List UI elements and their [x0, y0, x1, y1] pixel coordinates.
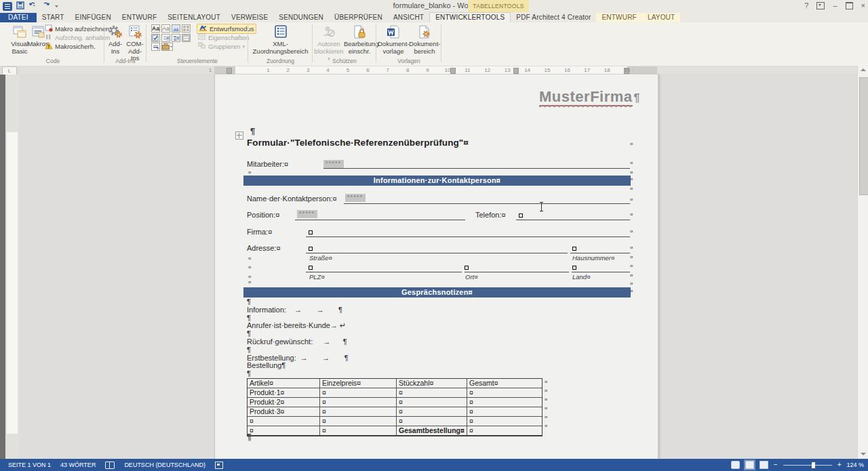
xml-mapping-pane-button[interactable]: XML-Zuordnungsbereich [250, 24, 311, 55]
tab-datei[interactable]: DATEI [0, 13, 37, 22]
ruler-number: 13 [505, 66, 511, 74]
proofing-icon[interactable] [105, 462, 115, 469]
macro-recording-icon[interactable] [215, 462, 223, 469]
combo-box-control-icon[interactable] [161, 34, 170, 42]
design-mode-icon [199, 24, 208, 33]
form-field-plz[interactable] [309, 266, 313, 270]
zoom-out-button[interactable]: − [774, 462, 778, 468]
scroll-up-button[interactable] [859, 66, 868, 75]
help-button[interactable]: ? [804, 1, 808, 9]
plain-text-control-icon[interactable]: Aa [161, 24, 170, 33]
checkbox-control-icon[interactable] [151, 34, 160, 42]
picture-control-icon[interactable] [172, 24, 180, 33]
zoom-slider[interactable] [783, 465, 832, 466]
document-panel-button[interactable]: Dokument-bereich [409, 24, 440, 55]
print-layout-icon[interactable] [745, 461, 754, 469]
legacy-tools-icon[interactable] [161, 43, 173, 51]
web-layout-icon[interactable] [760, 461, 768, 469]
form-field-hausnummer[interactable] [572, 247, 576, 251]
ruler-column-marker[interactable] [226, 68, 232, 74]
restrict-editing-button[interactable]: Bearbeitung einschr. [344, 24, 375, 55]
group-button: Gruppieren ▾ [198, 42, 245, 51]
label-mitarbeiter: Mitarbeiter:¤ [247, 160, 288, 168]
notes-block[interactable]: ¶ Information: → → ¶ ¶ Anrufer·ist·berei… [247, 298, 349, 378]
vertical-scrollbar[interactable] [857, 66, 868, 459]
ruler-column-marker[interactable] [450, 68, 456, 74]
document-panel-label: Dokument-bereich [409, 40, 440, 55]
cell-end-mark: ¤ [630, 281, 633, 287]
lock-page-icon [352, 24, 367, 39]
read-mode-icon[interactable] [731, 461, 740, 469]
document-template-button[interactable]: Dokument-vorlage [378, 24, 409, 55]
title-bar: formulare_blanko - Word TABELLENTOOLS ? … [0, 0, 868, 12]
cell-end-mark: ¤ [630, 229, 633, 234]
section-header-contact: Informationen·zur·Kontaktperson¤ [243, 176, 631, 186]
tab-seitenlayout[interactable]: SEITENLAYOUT [162, 13, 226, 22]
document-page[interactable]: MusterFirma¶ ¶ Formular·"Telefonische·Re… [214, 75, 658, 459]
zoom-level[interactable]: 124 % [846, 462, 864, 468]
tab-entwurf[interactable]: ENTWURF [117, 13, 162, 22]
notes-line: ¶ [247, 346, 349, 354]
scrollbar-thumb[interactable] [859, 77, 868, 195]
table-total-row: ¤ ¤ Gesamtbestellung¤ ¤ [248, 426, 542, 435]
cell-end-mark: ¤ [630, 186, 633, 192]
tab-ansicht[interactable]: ANSICHT [388, 13, 429, 22]
scroll-down-button[interactable] [859, 449, 868, 458]
zoom-slider-thumb[interactable] [812, 462, 815, 468]
zoom-in-button[interactable]: + [837, 462, 842, 468]
pause-recording-icon [45, 33, 53, 42]
pilcrow-mark: ¶ [634, 92, 640, 104]
date-picker-control-icon[interactable] [182, 34, 191, 42]
page-indicator[interactable]: SEITE 1 VON 1 [8, 462, 51, 468]
restore-button[interactable] [846, 2, 853, 9]
content-controls-grid: Aa Aa [151, 24, 194, 52]
rich-text-control-icon[interactable]: Aa [151, 24, 160, 33]
form-field-mitarbeiter[interactable]: °°°°° [323, 160, 344, 168]
form-field-strasse[interactable] [309, 247, 313, 251]
tab-verweise[interactable]: VERWEISE [226, 13, 273, 22]
company-heading: MusterFirma¶ [539, 88, 640, 106]
ribbon-group-controls: Aa Aa Entwurfsmodus Eigenschaften [148, 22, 247, 65]
tab-entwicklertools[interactable]: ENTWICKLERTOOLS [429, 12, 511, 22]
table-row: Produkt·2¤ ¤ ¤ ¤ [248, 398, 542, 407]
form-field-telefon[interactable] [519, 213, 523, 218]
minimize-button[interactable]: – [833, 1, 837, 9]
ribbon-display-options-icon[interactable] [816, 2, 825, 9]
table-row: Produkt·3¤ ¤ ¤ ¤ [248, 407, 542, 417]
tab-einfuegen[interactable]: EINFÜGEN [70, 13, 117, 22]
cell-end-mark: ¤ [630, 197, 633, 203]
addins-button[interactable]: Add-Ins [106, 24, 125, 55]
ribbon: Visual Basic Makros Makro aufzeichnen Au… [0, 22, 868, 66]
record-macro-button[interactable]: Makro aufzeichnen [45, 24, 109, 33]
tab-sendungen[interactable]: SENDUNGEN [273, 13, 329, 22]
word-count[interactable]: 43 WÖRTER [60, 462, 96, 468]
notes-line: ¶ [247, 370, 349, 378]
ruler-column-marker[interactable] [513, 68, 519, 74]
form-field-land[interactable] [572, 266, 576, 270]
tab-tabellentools-layout[interactable]: LAYOUT [642, 13, 680, 22]
language-indicator[interactable]: DEUTSCH (DEUTSCHLAND) [124, 462, 205, 468]
form-field-position[interactable]: °°°°° [297, 210, 317, 218]
tab-start[interactable]: START [37, 13, 70, 22]
table-move-handle[interactable] [235, 131, 243, 140]
close-button[interactable]: × [861, 1, 865, 9]
form-field-name[interactable]: °°°°° [345, 194, 366, 202]
repeating-section-control-icon[interactable] [151, 43, 160, 51]
total-label[interactable]: Gesamtbestellung¤ [397, 426, 467, 435]
dropdown-list-control-icon[interactable] [172, 34, 180, 42]
table-row: Produkt·1¤ ¤ ¤ ¤ [248, 388, 542, 398]
tab-ueberpruefen[interactable]: ÜBERPRÜFEN [329, 13, 388, 22]
order-table[interactable]: Artikel¤ Einzelpreis¤ Stückzahl¤ Gesamt¤… [247, 378, 542, 436]
group-label-controls: Steuerelemente [148, 58, 247, 64]
tab-pdf-architect[interactable]: PDF Architect 4 Creator [511, 13, 596, 22]
building-block-gallery-icon[interactable] [182, 24, 191, 33]
company-name: MusterFirma [539, 88, 633, 106]
horizontal-ruler[interactable]: L 1 12345678910111213141516171819 [0, 66, 868, 75]
form-field-firma[interactable] [309, 230, 313, 234]
tab-tabellentools-entwurf[interactable]: ENTWURF [596, 13, 642, 22]
ribbon-group-addins: Add-Ins COM-Add-Ins Add-Ins [106, 22, 145, 65]
form-field-ort[interactable] [465, 266, 469, 270]
macro-security-button[interactable]: Makrosicherh. [45, 42, 96, 51]
com-addins-button[interactable]: COM-Add-Ins [125, 24, 145, 62]
vertical-ruler[interactable] [5, 75, 19, 459]
